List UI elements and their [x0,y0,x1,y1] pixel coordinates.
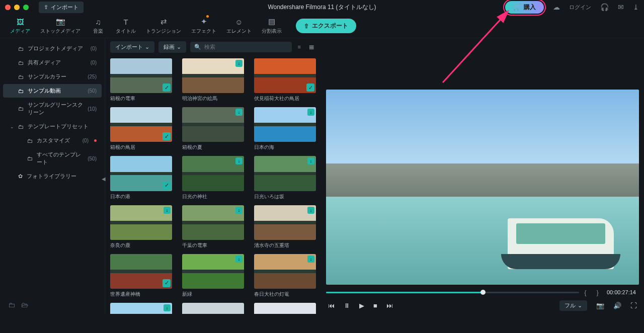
media-clip[interactable]: ✓日本の港 [110,156,172,200]
sort-icon[interactable]: ≡ [296,44,303,50]
search-input[interactable] [204,44,288,50]
window-controls[interactable] [5,5,29,10]
volume-button[interactable]: 🔊 [613,302,621,309]
media-clip[interactable]: ↓新緑 [182,254,244,298]
sidebar-label: カスタマイズ [37,137,70,144]
media-clip[interactable]: ↓奈良の鹿 [110,205,172,249]
clip-thumbnail[interactable]: ↓ [254,107,316,142]
record-dropdown[interactable]: 録画⌄ [158,41,186,53]
clip-thumbnail[interactable]: ✓ [110,107,172,142]
media-clip[interactable]: ✓世界遺産神橋 [110,254,172,298]
sidebar-count: (50) [88,156,97,161]
media-clip[interactable]: ✓箱根の電車 [110,58,172,102]
media-clip[interactable]: ✓箱根の鳥居 [110,107,172,151]
tab-トランジション[interactable]: ⇄トランジション [141,17,186,35]
added-badge-icon: ✓ [163,84,171,92]
clip-thumbnail[interactable]: ↓ [182,254,244,289]
sidebar-item[interactable]: 🗀サンプルカラー(25) [3,70,102,84]
search-field[interactable]: 🔍 [190,42,292,52]
clip-thumbnail[interactable]: ↓ [182,156,244,191]
added-badge-icon: ✓ [163,182,171,190]
preview-scrubber[interactable]: { } 00:00:27:14 [326,288,639,297]
media-clip[interactable]: ↓清水寺の五重塔 [254,205,316,249]
mark-in-icon[interactable]: { [579,289,591,296]
clip-thumbnail[interactable]: ↓ [182,205,244,240]
clip-thumbnail[interactable]: ↓ [110,205,172,240]
clip-thumbnail[interactable]: ✓ [110,156,172,191]
sidebar-label: プロジェクトメディア [28,45,83,52]
sidebar-item[interactable]: 🗀共有メディア(0) [3,56,102,69]
chevron-down-icon: ⌄ [10,124,14,129]
grid-view-icon[interactable]: ▦ [307,44,316,50]
clip-thumbnail[interactable]: ↓ [110,303,172,314]
clip-name: 日光の神社 [182,193,244,200]
tab-分割表示[interactable]: ▤分割表示 [257,17,287,35]
media-clip[interactable]: ✓渋谷の交差点 [182,303,244,314]
cloud-icon[interactable]: ☁ [553,3,560,11]
quality-dropdown[interactable]: フル⌄ [559,300,587,311]
clip-thumbnail[interactable]: ↓ [182,58,244,93]
media-clip[interactable]: ↓日光いろは坂 [254,156,316,200]
fullscreen-button[interactable]: ⛶ [630,302,637,309]
tab-エレメント[interactable]: ☺エレメント [221,17,257,35]
tab-label: ストックメディア [40,28,80,35]
folder-icon: 🗀 [27,155,33,161]
clip-thumbnail[interactable]: ✓ [110,58,172,93]
collapse-handle[interactable]: ◀ [102,176,106,182]
clip-thumbnail[interactable]: ↓ [254,156,316,191]
preview-canvas[interactable] [326,90,639,285]
tab-音楽[interactable]: ♫音楽 [86,17,111,35]
sidebar-item[interactable]: 🗀カスタマイズ(0) [3,134,102,147]
sidebar-item[interactable]: 🗀サンプル動画(50) [3,84,102,98]
sidebar-label: フォトライブラリー [27,173,76,180]
headphone-icon[interactable]: 🎧 [600,3,609,11]
tab-メディア[interactable]: 🖼メディア [5,17,35,35]
download-icon[interactable]: ⤓ [633,3,639,11]
sidebar-count: (0) [91,60,97,65]
clip-thumbnail[interactable]: ✓ [110,254,172,289]
play-button[interactable]: ▶ [359,302,364,309]
sidebar-item[interactable]: ✿フォトライブラリー [3,170,102,183]
media-clip[interactable]: ↓明治神宮の絵馬 [182,58,244,102]
media-clip[interactable]: ↓春日大社の灯篭 [254,254,316,298]
clip-name: 箱根の鳥居 [110,144,172,151]
preview-panel: { } 00:00:27:14 ⏮ ⏸ ▶ ■ ⏭ フル⌄ 📷 🔊 ⛶ [321,38,644,314]
tab-エフェクト[interactable]: ✦エフェクト [186,17,221,35]
import-button[interactable]: ⇪ インポート [39,2,84,13]
sidebar-item[interactable]: 🗀サンプルグリーンスクリーン(10) [3,98,102,119]
clip-name: 箱根の電車 [110,95,172,102]
export-button[interactable]: ⇧ エクスポート [296,19,356,33]
login-link[interactable]: ログイン [569,4,591,11]
media-clip[interactable]: ✓伏見稲荷大社の鳥居 [254,58,316,102]
clip-thumbnail[interactable]: ↓ [254,254,316,289]
media-clip[interactable]: ↓箱根の夏 [182,107,244,151]
open-folder-icon[interactable]: 🗁 [21,301,28,309]
clip-name: 世界遺産神橋 [110,291,172,298]
sidebar-item[interactable]: 🗀すべてのテンプレート(50) [3,148,102,169]
media-clip[interactable]: ↓日光の神社 [182,156,244,200]
clip-thumbnail[interactable]: ✓ [254,303,316,314]
step-back-button[interactable]: ⏸ [344,302,350,309]
mail-icon[interactable]: ✉ [618,3,624,11]
media-clip[interactable]: ↓日本の海 [254,107,316,151]
new-folder-icon[interactable]: 🗀 [8,301,15,309]
clip-thumbnail[interactable]: ↓ [182,107,244,142]
tab-タイトル[interactable]: Tタイトル [111,17,141,35]
buy-button[interactable]: 🛒 購入 [505,1,544,14]
clip-thumbnail[interactable]: ✓ [254,58,316,93]
tab-ストックメディア[interactable]: 📷ストックメディア [35,17,86,35]
media-clip[interactable]: ↓春の河口湖 [110,303,172,314]
clip-thumbnail[interactable]: ✓ [182,303,244,314]
added-badge-icon: ✓ [306,84,314,92]
sidebar-item[interactable]: 🗀プロジェクトメディア(0) [3,42,102,55]
prev-frame-button[interactable]: ⏮ [328,302,335,309]
next-frame-button[interactable]: ⏭ [386,302,393,309]
media-clip[interactable]: ✓桜越しの富士山 [254,303,316,314]
stop-button[interactable]: ■ [373,302,377,309]
clip-thumbnail[interactable]: ↓ [254,205,316,240]
mark-out-icon[interactable]: } [592,289,604,296]
sidebar-item[interactable]: ⌄🗀テンプレートプリセット [3,120,102,133]
snapshot-button[interactable]: 📷 [596,302,604,309]
import-dropdown[interactable]: インポート⌄ [110,41,154,53]
media-clip[interactable]: ↓千葉の電車 [182,205,244,249]
